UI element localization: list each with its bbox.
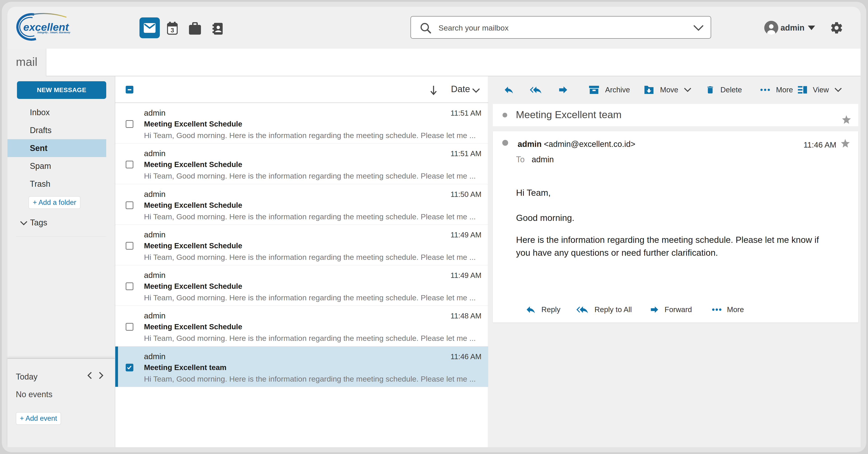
svg-text:Integrity . Smart. Harmony: Integrity . Smart. Harmony: [37, 31, 70, 34]
svg-text:3: 3: [170, 27, 174, 34]
